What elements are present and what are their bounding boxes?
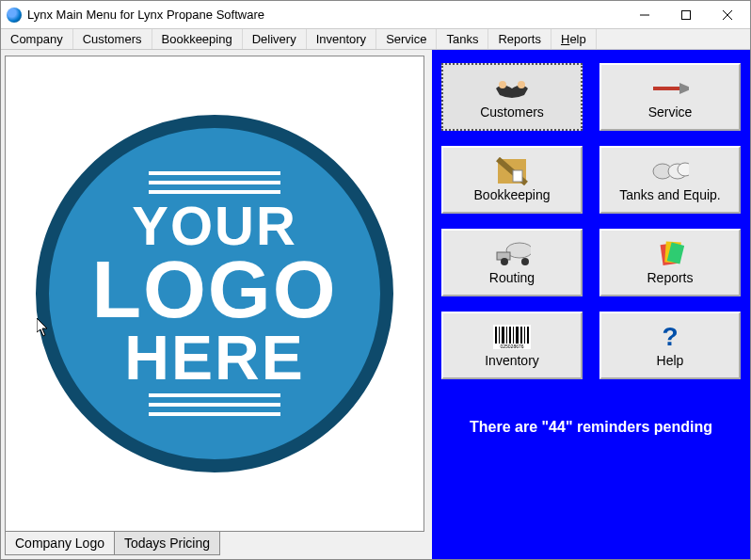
svg-rect-21 (499, 327, 500, 344)
tanks-label: Tanks and Equip. (619, 187, 720, 202)
customers-button[interactable]: Customers (441, 63, 583, 131)
menu-tanks[interactable]: Tanks (437, 29, 488, 49)
tab-company-logo[interactable]: Company Logo (5, 531, 115, 555)
app-icon (7, 8, 22, 23)
tab-todays-pricing[interactable]: Todays Pricing (114, 531, 220, 555)
service-button[interactable]: Service (599, 63, 741, 131)
svg-rect-26 (516, 327, 519, 344)
reminders-pending-text: There are "44" reminders pending (441, 419, 741, 436)
customers-label: Customers (480, 104, 544, 120)
bookkeeping-label: Bookkeeping (474, 187, 551, 202)
svg-rect-22 (502, 327, 504, 344)
routing-button[interactable]: Routing (441, 229, 583, 296)
svg-rect-8 (513, 170, 522, 182)
handshake-icon (493, 74, 531, 103)
logo-frame: YOUR LOGO HERE (5, 56, 424, 532)
svg-point-5 (518, 81, 525, 88)
svg-point-11 (678, 163, 689, 176)
svg-rect-20 (495, 327, 497, 344)
tab-strip: Company Logo Todays Pricing (5, 531, 219, 555)
reports-icon (651, 240, 689, 268)
menu-bookkeeping[interactable]: Bookkeeping (152, 29, 243, 49)
left-panel: YOUR LOGO HERE Company Logo Todays Prici… (1, 50, 432, 559)
menu-company[interactable]: Company (1, 29, 73, 49)
content-area: YOUR LOGO HERE Company Logo Todays Prici… (1, 50, 750, 559)
help-icon: ? (651, 323, 689, 351)
wrench-icon (651, 74, 689, 103)
titlebar: Lynx Main Menu for Lynx Propane Software (1, 1, 750, 29)
company-logo-placeholder: YOUR LOGO HERE (36, 115, 393, 472)
ledger-icon (493, 157, 531, 185)
button-grid: Customers Service Bookkeeping Tanks and … (441, 63, 741, 379)
svg-point-4 (499, 81, 506, 88)
svg-rect-23 (506, 327, 507, 344)
svg-rect-1 (682, 10, 691, 19)
maximize-button[interactable] (665, 2, 707, 28)
truck-icon (493, 240, 531, 268)
svg-point-14 (501, 258, 508, 265)
inventory-label: Inventory (485, 353, 539, 368)
reports-button[interactable]: Reports (599, 229, 741, 296)
help-label: Help (657, 353, 684, 368)
routing-label: Routing (489, 270, 535, 285)
menu-customers[interactable]: Customers (73, 29, 152, 49)
menu-delivery[interactable]: Delivery (243, 29, 307, 49)
menu-inventory[interactable]: Inventory (307, 29, 376, 49)
svg-rect-24 (509, 327, 511, 344)
svg-rect-6 (653, 87, 681, 90)
logo-text-line2: LOGO (91, 251, 337, 328)
menu-reports[interactable]: Reports (488, 29, 551, 49)
reports-label: Reports (647, 270, 693, 285)
svg-rect-28 (524, 327, 525, 344)
tanks-button[interactable]: Tanks and Equip. (599, 146, 741, 214)
svg-rect-29 (527, 327, 529, 344)
menu-help[interactable]: Help (551, 29, 597, 49)
right-panel: Customers Service Bookkeeping Tanks and … (432, 50, 750, 559)
window-title: Lynx Main Menu for Lynx Propane Software (27, 8, 624, 22)
barcode-icon: 025028676 (493, 323, 531, 351)
menubar: Company Customers Bookkeeping Delivery I… (1, 29, 750, 50)
inventory-button[interactable]: 025028676 Inventory (441, 312, 583, 379)
help-button[interactable]: ? Help (599, 312, 741, 379)
tanks-icon (651, 157, 689, 185)
bookkeeping-button[interactable]: Bookkeeping (441, 146, 583, 214)
close-button[interactable] (707, 2, 748, 28)
svg-point-15 (521, 258, 529, 265)
logo-text-line3: HERE (91, 328, 337, 388)
minimize-button[interactable] (624, 2, 665, 28)
svg-rect-25 (513, 327, 514, 344)
svg-text:025028676: 025028676 (500, 344, 523, 349)
svg-text:?: ? (662, 323, 678, 351)
menu-service[interactable]: Service (376, 29, 437, 49)
service-label: Service (648, 104, 693, 120)
svg-rect-27 (520, 327, 522, 344)
